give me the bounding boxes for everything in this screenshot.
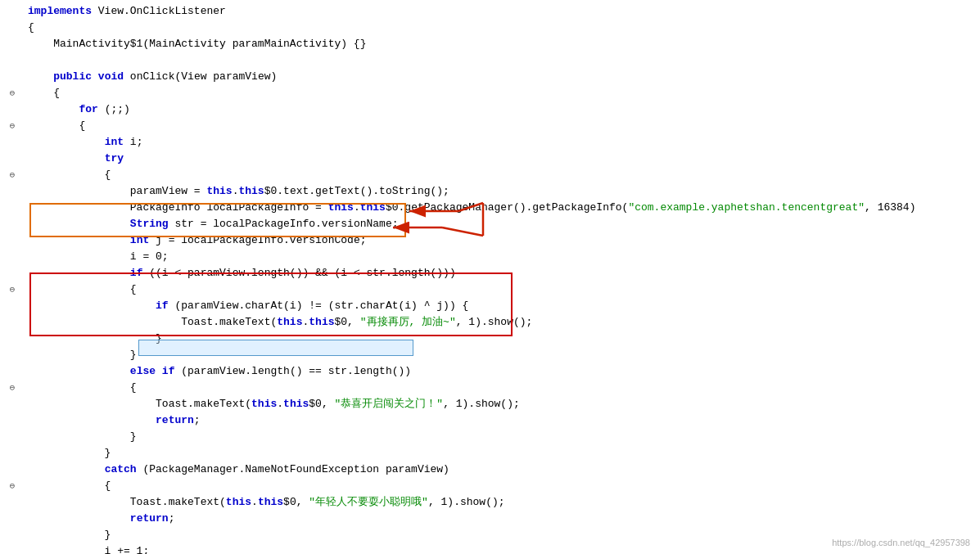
code-text: if (paramView.charAt(i) != (str.charAt(i… — [25, 298, 980, 314]
code-text: return; — [25, 412, 980, 429]
code-text: try — [25, 151, 980, 167]
code-line: if (paramView.charAt(i) != (str.charAt(i… — [0, 298, 980, 314]
code-text: Toast.makeText(this.this$0, "恭喜开启闯关之门！",… — [25, 396, 980, 412]
code-text: int j = localPackageInfo.versionCode; — [25, 232, 980, 249]
gutter-icon[interactable]: ⊖ — [0, 118, 25, 134]
code-line — [0, 52, 980, 69]
code-line: ⊖ { — [0, 85, 980, 101]
code-line: paramView = this.this$0.text.getText().t… — [0, 183, 980, 200]
code-line: ⊖ { — [0, 380, 980, 396]
code-text: paramView = this.this$0.text.getText().t… — [25, 183, 980, 200]
code-text: { — [25, 478, 980, 494]
code-line: } — [0, 429, 980, 445]
code-container: implements View.OnClickListener{ MainAct… — [0, 0, 980, 554]
code-line: public void onClick(View paramView) — [0, 69, 980, 85]
code-text: { — [25, 380, 980, 396]
code-text: PackageInfo localPackageInfo = this.this… — [25, 200, 980, 216]
code-line: i = 0; — [0, 249, 980, 265]
code-line: Toast.makeText(this.this$0, "再接再厉, 加油~",… — [0, 314, 980, 331]
code-line: Toast.makeText(this.this$0, "年轻人不要耍小聪明哦"… — [0, 494, 980, 511]
code-text: for (;;) — [25, 101, 980, 118]
code-text: String str = localPackageInfo.versionNam… — [25, 216, 980, 232]
code-line: ⊖ { — [0, 167, 980, 183]
code-text: } — [25, 429, 980, 445]
code-line: else if (paramView.length() == str.lengt… — [0, 363, 980, 380]
code-text: { — [25, 85, 980, 101]
code-text: Toast.makeText(this.this$0, "年轻人不要耍小聪明哦"… — [25, 494, 980, 511]
code-text: int i; — [25, 134, 980, 151]
code-text: { — [25, 118, 980, 134]
code-text: Toast.makeText(this.this$0, "再接再厉, 加油~",… — [25, 314, 980, 331]
code-line: String str = localPackageInfo.versionNam… — [0, 216, 980, 232]
code-line: PackageInfo localPackageInfo = this.this… — [0, 200, 980, 216]
code-text: } — [25, 347, 980, 363]
code-line: ⊖ { — [0, 478, 980, 494]
code-line: return; — [0, 511, 980, 527]
gutter-icon[interactable]: ⊖ — [0, 167, 25, 183]
code-line: return; — [0, 412, 980, 429]
watermark: https://blog.csdn.net/qq_42957398 — [832, 538, 970, 547]
code-text: public void onClick(View paramView) — [25, 69, 980, 85]
code-line: Toast.makeText(this.this$0, "恭喜开启闯关之门！",… — [0, 396, 980, 412]
code-text: return; — [25, 511, 980, 527]
code-text: MainActivity$1(MainActivity paramMainAct… — [25, 36, 980, 52]
code-text: } — [25, 445, 980, 462]
code-line: catch (PackageManager.NameNotFoundExcept… — [0, 462, 980, 478]
code-text: } — [25, 331, 980, 347]
code-text: implements View.OnClickListener — [25, 3, 980, 20]
code-text: if ((i < paramView.length()) && (i < str… — [25, 265, 980, 282]
code-line: int i; — [0, 134, 980, 151]
code-line: try — [0, 151, 980, 167]
gutter-icon[interactable]: ⊖ — [0, 478, 25, 494]
code-line: int j = localPackageInfo.versionCode; — [0, 232, 980, 249]
code-line: } — [0, 347, 980, 363]
code-line: ⊖ { — [0, 282, 980, 298]
gutter-icon[interactable]: ⊖ — [0, 380, 25, 396]
code-text: catch (PackageManager.NameNotFoundExcept… — [25, 462, 980, 478]
code-line: } — [0, 445, 980, 462]
code-line: ⊖ { — [0, 118, 980, 134]
code-line: } — [0, 331, 980, 347]
gutter-icon[interactable]: ⊖ — [0, 282, 25, 298]
code-area: implements View.OnClickListener{ MainAct… — [0, 0, 980, 554]
code-text: { — [25, 282, 980, 298]
code-line: for (;;) — [0, 101, 980, 118]
code-line: { — [0, 20, 980, 36]
code-text: { — [25, 167, 980, 183]
code-text: else if (paramView.length() == str.lengt… — [25, 363, 980, 380]
code-text: i = 0; — [25, 249, 980, 265]
code-line: implements View.OnClickListener — [0, 3, 980, 20]
code-line: if ((i < paramView.length()) && (i < str… — [0, 265, 980, 282]
gutter-icon[interactable]: ⊖ — [0, 85, 25, 101]
code-text: { — [25, 20, 980, 36]
code-line: MainActivity$1(MainActivity paramMainAct… — [0, 36, 980, 52]
